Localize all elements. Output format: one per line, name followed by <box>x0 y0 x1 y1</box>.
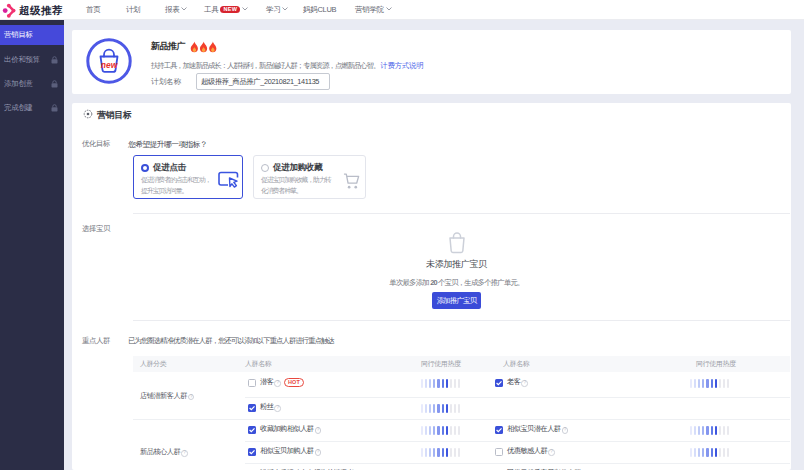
plan-name-input[interactable]: 超级推荐_商品推广_20210821_141135 <box>196 73 330 90</box>
empty-desc-text: 个宝贝，生成多个推广单元。 <box>437 278 524 287</box>
radio-unselected-icon[interactable] <box>261 164 269 172</box>
goal-option-title: 促进点击 <box>153 162 186 174</box>
lock-icon <box>51 104 58 112</box>
help-icon[interactable]: ? <box>315 449 322 456</box>
row-divider <box>245 463 790 464</box>
section-title-marketing-goal: 营销目标 <box>97 109 131 122</box>
row-divider <box>245 397 790 398</box>
heat-indicator <box>690 426 734 435</box>
audience-checkbox-unchecked[interactable] <box>495 448 503 456</box>
optimize-goal-question: 您希望提升哪一项指标？ <box>128 139 207 150</box>
brand-logo-text: 超级推荐 <box>19 0 63 20</box>
audience-name: 粉丝? <box>260 402 281 412</box>
optimize-goal-label: 优化目标 <box>82 139 110 149</box>
sidebar-step-2[interactable]: 添加创意 <box>0 74 64 94</box>
help-icon[interactable]: ? <box>548 449 555 456</box>
nav-item-0[interactable]: 首页 <box>86 0 100 20</box>
audience-name: 潜客?HOT <box>260 377 304 387</box>
brand-logo-icon <box>2 2 18 18</box>
audience-category: 店铺潜新客人群? <box>140 391 194 401</box>
column-header: 人群名称 <box>503 356 529 372</box>
column-header: 人群分类 <box>140 356 166 372</box>
goal-option-0[interactable]: 促进点击 促进消费者的点击和互动，提升宝贝访问量。 <box>133 155 243 199</box>
audience-checkbox-checked[interactable] <box>248 448 256 456</box>
target-icon <box>83 109 93 119</box>
audience-name: 收藏加购相似人群? <box>260 424 321 434</box>
new-badge: NEW <box>220 6 240 13</box>
help-icon[interactable]: ? <box>274 380 281 387</box>
new-product-badge-icon: new <box>85 37 133 85</box>
row-divider <box>245 441 790 442</box>
sidebar-step-1[interactable]: 出价和预算 <box>0 50 64 70</box>
svg-text:new: new <box>101 60 119 70</box>
nav-item-4[interactable]: 学习 <box>266 0 288 20</box>
cart-icon <box>343 173 361 190</box>
empty-item-state: 未添加推广宝贝 单次最多添加 20 个宝贝，生成多个推广单元。 添加推广宝贝 <box>128 230 785 309</box>
key-audience-description: 已为您圈选精准优质潜在人群，您还可以添加以下重点人群进行重点触达 <box>128 336 334 346</box>
empty-desc-count: 20 <box>430 278 437 287</box>
divider <box>133 213 790 214</box>
lock-icon <box>51 56 58 64</box>
plan-name-label: 计划名称 <box>151 77 181 87</box>
divider <box>133 320 790 321</box>
key-audience-label: 重点人群 <box>82 336 110 346</box>
audience-checkbox-checked[interactable] <box>248 404 256 412</box>
chevron-down-icon <box>282 7 288 11</box>
sidebar-step-0[interactable]: 营销目标 <box>0 25 64 45</box>
audience-checkbox-checked[interactable] <box>248 426 256 434</box>
nav-item-5[interactable]: 妈妈CLUB <box>303 0 336 20</box>
bag-icon <box>447 230 467 254</box>
step-sidebar: 营销目标出价和预算添加创意完成创建 <box>0 20 64 470</box>
click-icon <box>218 171 240 193</box>
column-header: 人群名称 <box>245 356 271 372</box>
heat-indicator <box>421 426 465 435</box>
nav-item-2[interactable]: 报表 <box>165 0 187 20</box>
column-header: 同行使用热度 <box>421 356 461 372</box>
group-divider <box>133 419 790 420</box>
audience-name: 老客? <box>507 377 528 387</box>
nav-item-3[interactable]: 工具NEW <box>204 0 248 20</box>
audience-name: 相似宝贝潜在人群? <box>507 424 568 434</box>
goal-option-title: 促进加购收藏 <box>273 162 322 174</box>
audience-checkbox-checked[interactable] <box>495 379 503 387</box>
audience-name: 优惠敏感人群? <box>507 446 555 456</box>
chevron-down-icon <box>242 7 248 11</box>
campaign-subtitle-text: 扶持工具，加速新品成长：人群福利，新品偏好人群；专属资源，点燃新品心智。 <box>151 61 379 70</box>
help-icon[interactable]: ? <box>521 380 528 387</box>
audience-category: 新品核心人群? <box>140 447 188 457</box>
top-navbar: 超级推荐 首页计划报表工具NEW学习妈妈CLUB营销学院 <box>0 0 804 20</box>
help-icon[interactable]: ? <box>274 405 281 412</box>
empty-title: 未添加推广宝贝 <box>128 258 785 271</box>
nav-item-1[interactable]: 计划 <box>126 0 140 20</box>
goal-option-description: 促进消费者的点击和互动，提升宝贝访问量。 <box>141 175 211 196</box>
chevron-down-icon <box>386 7 392 11</box>
audience-checkbox-unchecked[interactable] <box>248 379 256 387</box>
audience-name: 相似宝贝加购人群? <box>260 446 321 456</box>
goal-option-1[interactable]: 促进加购收藏 促进宝贝加购收藏，助力转化消费者种草。 <box>253 155 366 199</box>
empty-description: 单次最多添加 20 个宝贝，生成多个推广单元。 <box>128 278 785 288</box>
heat-indicator <box>421 379 465 388</box>
heat-indicator <box>690 379 734 388</box>
hot-badge: HOT <box>284 378 304 387</box>
table-header <box>133 356 790 372</box>
radio-selected-icon[interactable] <box>141 164 149 172</box>
sidebar-step-3[interactable]: 完成创建 <box>0 98 64 118</box>
help-icon[interactable]: ? <box>181 450 188 457</box>
heat-indicator <box>421 448 465 457</box>
nav-item-6[interactable]: 营销学院 <box>355 0 392 20</box>
fire-rating-icons <box>190 41 218 53</box>
select-item-label: 选择宝贝 <box>82 224 110 234</box>
empty-desc-text: 单次最多添加 <box>389 278 430 287</box>
heat-indicator <box>421 404 465 413</box>
billing-info-link[interactable]: 计费方式说明 <box>380 61 423 70</box>
fire-icon <box>200 41 207 52</box>
campaign-type-title: 新品推广 <box>151 40 185 53</box>
campaign-type-description: 扶持工具，加速新品成长：人群福利，新品偏好人群；专属资源，点燃新品心智。计费方式… <box>151 61 423 71</box>
help-icon[interactable]: ? <box>315 427 322 434</box>
help-icon[interactable]: ? <box>562 427 569 434</box>
fire-icon <box>209 41 216 52</box>
chevron-down-icon <box>181 7 187 11</box>
add-item-button[interactable]: 添加推广宝贝 <box>432 292 482 309</box>
audience-checkbox-checked[interactable] <box>495 426 503 434</box>
help-icon[interactable]: ? <box>188 394 195 401</box>
